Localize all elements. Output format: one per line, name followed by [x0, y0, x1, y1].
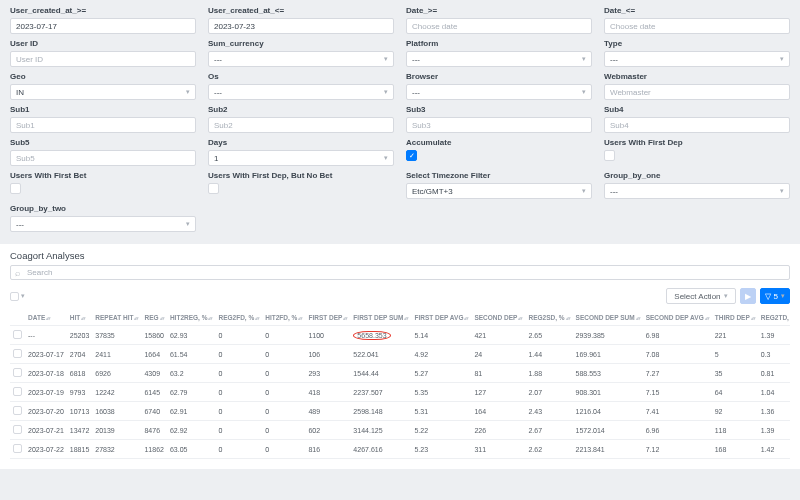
text-input[interactable]: Sub2 [208, 117, 394, 133]
column-header[interactable]: SECOND DEP▴▾ [471, 310, 525, 326]
filter-field: Sub1Sub1 [10, 105, 196, 133]
checkbox[interactable]: ✓ [406, 150, 417, 161]
cell: 2.62 [525, 440, 572, 459]
column-header[interactable]: FIRST DEP▴▾ [305, 310, 350, 326]
filter-field: Type---▾ [604, 39, 790, 67]
filter-field: Users With First Bet [10, 171, 196, 199]
column-header[interactable]: REG▴▾ [141, 310, 166, 326]
cell: 169.961 [573, 345, 643, 364]
field-label: Date_>= [406, 6, 592, 15]
filter-field: User_created_at_<=2023-07-23 [208, 6, 394, 34]
select-input[interactable]: ---▾ [10, 216, 196, 232]
select-action-dropdown[interactable]: Select Action▾ [666, 288, 735, 304]
date-input[interactable]: 2023-07-23 [208, 18, 394, 34]
cell: 2598.148 [350, 402, 411, 421]
table-row[interactable]: 2023-07-1868186926430963.2002931544.445.… [10, 364, 790, 383]
cell: 0 [262, 326, 305, 345]
text-input[interactable]: Sub5 [10, 150, 196, 166]
funnel-icon: ▽ [765, 292, 771, 301]
field-label: Group_by_two [10, 204, 196, 213]
checkbox[interactable] [208, 183, 219, 194]
row-checkbox[interactable] [13, 406, 22, 415]
cell: 62.93 [167, 326, 216, 345]
column-header[interactable]: SECOND DEP AVG▴▾ [643, 310, 712, 326]
select-input[interactable]: IN▾ [10, 84, 196, 100]
column-header[interactable]: SECOND DEP SUM▴▾ [573, 310, 643, 326]
date-input[interactable]: Choose date [604, 18, 790, 34]
row-checkbox[interactable] [13, 330, 22, 339]
select-input[interactable]: 1▾ [208, 150, 394, 166]
row-checkbox[interactable] [13, 387, 22, 396]
select-all-checkbox[interactable] [10, 292, 19, 301]
select-input[interactable]: Etc/GMT+3▾ [406, 183, 592, 199]
filter-field: GeoIN▾ [10, 72, 196, 100]
cell: 37835 [92, 326, 141, 345]
table-row[interactable]: 2023-07-2218815278321186263.05008164267.… [10, 440, 790, 459]
cell: 7.12 [643, 440, 712, 459]
select-input[interactable]: ---▾ [406, 51, 592, 67]
cell: 0 [215, 326, 262, 345]
column-header[interactable]: FIRST DEP SUM▴▾ [350, 310, 411, 326]
select-input[interactable]: ---▾ [406, 84, 592, 100]
text-input[interactable]: User ID [10, 51, 196, 67]
filter-field: WebmasterWebmaster [604, 72, 790, 100]
cell: 64 [712, 383, 758, 402]
highlighted-value: 5658.353 [353, 331, 390, 340]
row-checkbox[interactable] [13, 425, 22, 434]
select-input[interactable]: ---▾ [604, 51, 790, 67]
cell: 12242 [92, 383, 141, 402]
column-header[interactable]: FIRST DEP AVG▴▾ [411, 310, 471, 326]
filter-button[interactable]: ▽5▾ [760, 288, 790, 304]
select-input[interactable]: ---▾ [208, 51, 394, 67]
filter-field: Days1▾ [208, 138, 394, 166]
text-input[interactable]: Webmaster [604, 84, 790, 100]
table-row[interactable]: 2023-07-201071316038674062.91004892598.1… [10, 402, 790, 421]
run-button[interactable]: ▶ [740, 288, 756, 304]
field-label: Sub2 [208, 105, 394, 114]
sort-icon: ▴▾ [343, 315, 347, 321]
cell: 15860 [141, 326, 166, 345]
table-row[interactable]: ---25203378351586062.930011005658.3535.1… [10, 326, 790, 345]
data-table-wrap[interactable]: DATE▴▾HIT▴▾REPEAT HIT▴▾REG▴▾HIT2REG, %▴▾… [10, 310, 790, 459]
cell: 588.553 [573, 364, 643, 383]
column-header[interactable]: HIT2REG, %▴▾ [167, 310, 216, 326]
chevron-down-icon: ▾ [384, 88, 388, 96]
cell: 816 [305, 440, 350, 459]
column-header[interactable]: REG2SD, %▴▾ [525, 310, 572, 326]
text-input[interactable]: Sub4 [604, 117, 790, 133]
cell: 5.27 [411, 364, 471, 383]
cell: 27832 [92, 440, 141, 459]
column-header[interactable]: DATE▴▾ [25, 310, 67, 326]
column-header[interactable]: THIRD DEP▴▾ [712, 310, 758, 326]
filter-field: Users With First Dep [604, 138, 790, 166]
select-input[interactable]: ---▾ [208, 84, 394, 100]
table-row[interactable]: 2023-07-1727042411166461.5400106522.0414… [10, 345, 790, 364]
cell: 127 [471, 383, 525, 402]
column-header[interactable]: REPEAT HIT▴▾ [92, 310, 141, 326]
cell: 6818 [67, 364, 92, 383]
date-input[interactable]: 2023-07-17 [10, 18, 196, 34]
chevron-down-icon[interactable]: ▾ [21, 292, 25, 300]
text-input[interactable]: Sub1 [10, 117, 196, 133]
text-input[interactable]: Sub3 [406, 117, 592, 133]
column-header[interactable]: REG2FD, %▴▾ [215, 310, 262, 326]
column-header[interactable]: HIT2FD, %▴▾ [262, 310, 305, 326]
column-header[interactable]: REG2TD, %▴▾ [758, 310, 790, 326]
row-checkbox[interactable] [13, 444, 22, 453]
select-input[interactable]: ---▾ [604, 183, 790, 199]
field-label: Select Timezone Filter [406, 171, 592, 180]
row-checkbox[interactable] [13, 349, 22, 358]
cell: 6145 [141, 383, 166, 402]
table-row[interactable]: 2023-07-211347220139847662.92006023144.1… [10, 421, 790, 440]
sort-icon: ▴▾ [464, 315, 468, 321]
column-header[interactable]: HIT▴▾ [67, 310, 92, 326]
table-row[interactable]: 2023-07-19979312242614562.79004182237.50… [10, 383, 790, 402]
date-input[interactable]: Choose date [406, 18, 592, 34]
field-label: Sub5 [10, 138, 196, 147]
checkbox[interactable] [10, 183, 21, 194]
checkbox[interactable] [604, 150, 615, 161]
row-checkbox[interactable] [13, 368, 22, 377]
search-input[interactable]: Search [10, 265, 790, 280]
cell: 1.39 [758, 421, 790, 440]
cell: 7.41 [643, 402, 712, 421]
